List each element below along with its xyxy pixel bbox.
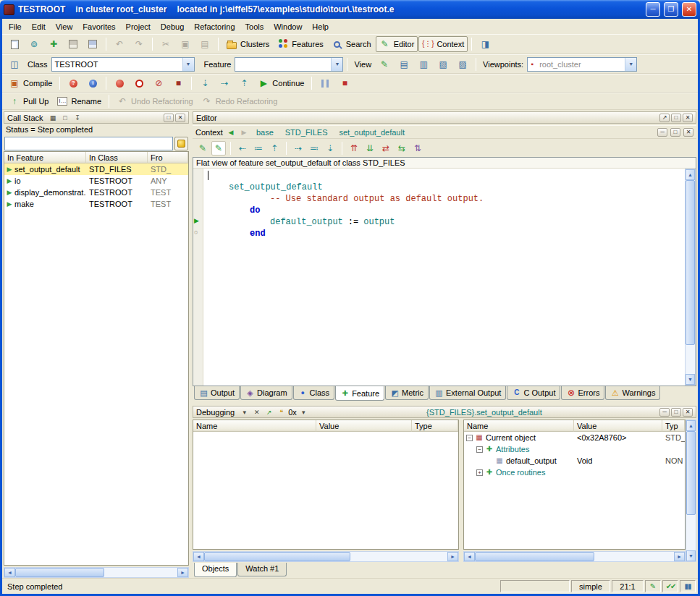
maximize-tool-icon[interactable]: □ [671,114,681,122]
editor-vscrollbar[interactable]: ▲ ▼ [685,169,696,386]
tab-watch-1[interactable]: Watch #1 [237,563,287,576]
contract-view-button[interactable]: ▧ [434,56,452,72]
objects-hscrollbar[interactable]: ◄ ► [463,551,686,562]
disable-breakpoints-button[interactable] [130,75,148,91]
scroll-down-icon[interactable]: ▼ [686,550,696,561]
scroll-right-icon[interactable]: ► [447,552,458,561]
editor-gutter[interactable]: ▶ ○ [193,169,203,386]
redo-refactoring-button[interactable]: ↷Redo Refactoring [198,93,282,109]
call-stack-row[interactable]: ▶display_demonstrat...TESTROOTTEST [4,187,188,198]
created-icon[interactable]: ⇣ [323,141,337,156]
continue-button[interactable]: ▶Continue [254,75,308,91]
maximize-tool-icon[interactable]: □ [164,114,174,122]
class-combobox-dropdown-icon[interactable]: ▼ [182,58,194,71]
step-into-button[interactable]: ⇣ [195,75,214,91]
undo-refactoring-button[interactable]: ↶Undo Refactoring [113,93,197,109]
tab-external-output[interactable]: External Output [429,386,506,400]
column-type[interactable]: Type [412,420,458,432]
paste-button[interactable]: ▤ [195,36,214,52]
editor-toggle-button[interactable]: ✎Editor [376,36,418,52]
flat-view-button[interactable]: ▥ [414,56,433,72]
save-call-stack-icon[interactable]: ▦ [48,113,59,122]
feature-combobox[interactable]: ▼ [235,57,343,72]
tab-errors[interactable]: Errors [561,386,604,400]
menu-item-debug[interactable]: Debug [156,21,189,33]
scroll-up-icon[interactable]: ▲ [686,169,695,180]
history-back-icon[interactable]: ◀ [226,129,236,136]
viewpoints-combobox[interactable]: ▪ root_cluster ▼ [527,57,637,72]
close-tool-icon[interactable]: ✕ [683,128,693,137]
tab-objects[interactable]: Objects [194,563,237,577]
minimize-button[interactable]: ─ [646,2,660,17]
menu-item-project[interactable]: Project [121,21,156,33]
menu-item-favorites[interactable]: Favorites [77,21,120,33]
remove-watch-icon[interactable]: ✕ [251,407,262,417]
call-stack-row[interactable]: ▶ioTESTROOTANY [4,175,188,187]
column-name[interactable]: Name [193,420,316,432]
menu-item-window[interactable]: Window [269,21,307,33]
maximize-tool-icon[interactable]: □ [671,408,681,417]
tab-output[interactable]: Output [194,386,240,400]
clear-breakpoints-button[interactable]: ■ [169,75,187,91]
basic-text-view-button[interactable]: ✎ [375,56,394,72]
tab-feature[interactable]: Feature [335,386,384,401]
column-in-feature[interactable]: In Feature [4,152,86,163]
scroll-thumb[interactable] [15,568,104,577]
column-in-class[interactable]: In Class [86,152,148,163]
class-tool-button[interactable]: ◫ [5,56,24,72]
stack-filter-input[interactable] [4,137,173,150]
column-name[interactable]: Name [464,420,574,432]
pause-button[interactable] [316,75,334,91]
class-combobox[interactable]: TESTROOT ▼ [51,57,195,72]
new-document-button[interactable] [5,36,24,52]
tab-diagram[interactable]: Diagram [240,386,292,400]
open-in-editor-icon[interactable]: ✎ [211,141,226,156]
minimize-tool-icon[interactable]: ─ [659,408,670,417]
rename-button[interactable]: I…Rename [53,93,105,109]
watch-rows-empty[interactable] [193,432,458,549]
redo-button[interactable]: ↷ [130,36,148,52]
exception-button[interactable] [174,137,188,150]
features-button[interactable]: Features [274,36,326,52]
scroll-left-icon[interactable]: ◄ [193,552,204,561]
minimize-tool-icon[interactable]: ─ [657,128,667,137]
search-button[interactable]: Search [328,36,375,52]
columns-mode-icon[interactable]: ▮▮ [680,580,696,592]
suppliers-icon[interactable]: ⇆ [395,141,409,156]
scroll-track[interactable] [15,568,177,577]
project-info-button[interactable]: i [83,75,102,91]
scroll-thumb[interactable] [686,431,696,515]
objects-vscrollbar[interactable]: ▲ ▼ [686,420,696,562]
edit-state-icon[interactable]: ✎ [645,580,661,592]
object-tree-row[interactable]: +Once routines [464,467,685,478]
copy-button[interactable]: ▣ [176,36,195,52]
step-out-button[interactable]: ⇡ [235,75,253,91]
checks-state-icon[interactable]: ✔✔ [662,580,678,592]
open-in-window-icon[interactable]: ↗ [263,407,274,417]
scroll-left-icon[interactable]: ◄ [4,568,15,577]
scroll-track[interactable] [204,552,447,561]
scroll-up-icon[interactable]: ▲ [686,420,696,431]
open-in-window-icon[interactable]: □ [60,113,71,122]
creators-icon[interactable]: ⇡ [267,141,282,156]
call-stack-row[interactable]: ▶makeTESTROOTTEST [4,198,188,210]
scroll-track[interactable] [475,552,674,561]
maximize-button[interactable]: ❒ [664,2,678,17]
import-stack-icon[interactable]: ↧ [72,113,83,122]
column-value[interactable]: Value [574,420,662,432]
cut-button[interactable]: ✂ [156,36,175,52]
viewpoints-combobox-dropdown-icon[interactable]: ▼ [625,58,636,71]
scroll-right-icon[interactable]: ► [674,552,685,561]
object-tree-row[interactable]: −Current object<0x32A8760>STD_ [464,432,685,443]
scroll-right-icon[interactable]: ► [177,568,188,577]
undo-button[interactable]: ↶ [110,36,129,52]
interface-view-button[interactable]: ▨ [453,56,472,72]
clickable-view-button[interactable]: ▤ [395,56,413,72]
hex-format-dropdown-icon[interactable]: ▾ [298,407,309,417]
ancestors-icon[interactable]: ⇈ [347,141,361,156]
save-button[interactable] [64,36,83,52]
pull-up-button[interactable]: ↑Pull Up [5,93,52,109]
tab-class[interactable]: Class [293,386,335,400]
feature-combobox-dropdown-icon[interactable]: ▼ [331,58,342,71]
breadcrumb-cluster[interactable]: base [252,128,278,137]
